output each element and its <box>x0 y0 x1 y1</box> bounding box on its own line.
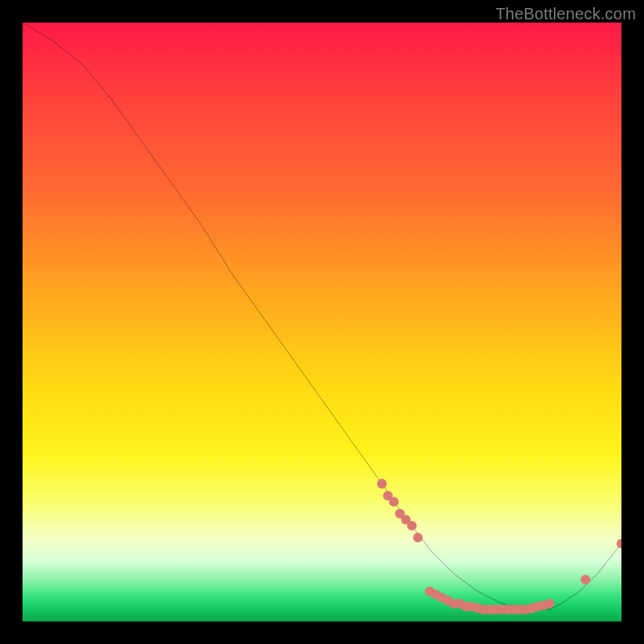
chart-root: TheBottleneck.com <box>0 0 644 644</box>
curve-marker <box>617 539 621 548</box>
curve-marker <box>413 533 423 543</box>
curve-marker <box>377 479 386 489</box>
curve-marker <box>389 497 398 506</box>
series-bottleneck-curve <box>23 23 621 609</box>
curve-line <box>23 23 621 609</box>
watermark-text: TheBottleneck.com <box>495 5 636 23</box>
chart-svg <box>23 23 621 621</box>
plot-area <box>23 23 621 621</box>
curve-marker <box>545 599 555 609</box>
curve-marker <box>580 575 590 584</box>
curve-marker <box>407 521 417 530</box>
curve-markers <box>377 479 621 614</box>
